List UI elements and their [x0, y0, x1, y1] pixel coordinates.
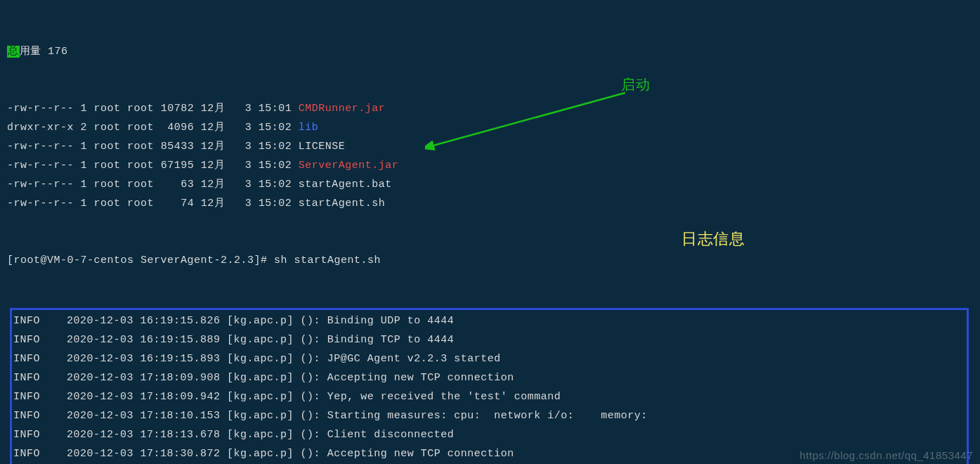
file-row: -rw-r--r-- 1 root root 10782 12月 3 15:01…	[7, 99, 973, 118]
log-line: INFO 2020-12-03 17:18:10.153 [kg.apc.p] …	[12, 406, 967, 425]
file-group: root	[127, 179, 154, 191]
log-source: [kg.apc.p] ():	[227, 429, 320, 441]
total-line: 总用量 176	[7, 42, 973, 61]
file-size: 10782	[161, 103, 195, 115]
log-level: INFO	[13, 391, 40, 403]
log-source: [kg.apc.p] ():	[227, 391, 320, 403]
file-row: -rw-r--r-- 1 root root 67195 12月 3 15:02…	[7, 156, 973, 175]
log-message: Accepting new TCP connection	[327, 372, 514, 384]
log-line: INFO 2020-12-03 17:18:13.678 [kg.apc.p] …	[12, 425, 967, 444]
file-group: root	[127, 103, 154, 115]
annotation-start-label: 启动	[621, 75, 650, 94]
file-perms: -rw-r--r--	[7, 160, 74, 172]
file-perms: -rw-r--r--	[7, 141, 74, 153]
cursor-block: 总	[7, 46, 20, 58]
log-timestamp: 2020-12-03 17:18:30.872	[67, 448, 221, 460]
file-size: 74	[161, 198, 195, 210]
total-label-rest: 用量	[20, 46, 48, 58]
file-day: 3	[238, 141, 251, 153]
log-source: [kg.apc.p] ():	[227, 353, 320, 365]
file-time: 15:02	[259, 198, 292, 210]
log-level: INFO	[13, 410, 40, 422]
file-name: LICENSE	[299, 141, 346, 153]
file-perms: -rw-r--r--	[7, 179, 74, 191]
file-perms: -rw-r--r--	[7, 198, 74, 210]
file-owner: root	[94, 179, 121, 191]
file-month: 12月	[201, 160, 226, 172]
watermark-text: https://blog.csdn.net/qq_41853447	[799, 449, 973, 461]
file-time: 15:02	[259, 141, 292, 153]
file-month: 12月	[201, 179, 226, 191]
file-month: 12月	[201, 198, 226, 210]
file-owner: root	[94, 103, 121, 115]
file-month: 12月	[201, 103, 226, 115]
file-day: 3	[238, 198, 251, 210]
log-timestamp: 2020-12-03 16:19:15.889	[67, 334, 221, 346]
file-row: drwxr-xr-x 2 root root 4096 12月 3 15:02 …	[7, 118, 973, 137]
log-level: INFO	[13, 353, 40, 365]
file-links: 1	[81, 179, 88, 191]
file-month: 12月	[201, 141, 226, 153]
file-day: 3	[238, 122, 251, 134]
file-row: -rw-r--r-- 1 root root 85433 12月 3 15:02…	[7, 137, 973, 156]
log-level: INFO	[13, 429, 40, 441]
log-level: INFO	[13, 334, 40, 346]
file-row: -rw-r--r-- 1 root root 74 12月 3 15:02 st…	[7, 194, 973, 213]
file-size: 67195	[161, 160, 195, 172]
file-name: startAgent.bat	[299, 179, 392, 191]
log-line: INFO 2020-12-03 17:18:09.942 [kg.apc.p] …	[12, 387, 967, 406]
file-size: 85433	[161, 141, 195, 153]
file-links: 1	[81, 198, 88, 210]
total-value: 176	[48, 46, 68, 58]
file-name: startAgent.sh	[299, 198, 386, 210]
log-line: INFO 2020-12-03 16:19:15.893 [kg.apc.p] …	[12, 349, 967, 368]
file-owner: root	[94, 198, 121, 210]
file-size: 4096	[161, 122, 195, 134]
file-day: 3	[238, 103, 251, 115]
file-name: ServerAgent.jar	[299, 160, 399, 172]
log-source: [kg.apc.p] ():	[227, 334, 320, 346]
file-perms: drwxr-xr-x	[7, 122, 74, 134]
terminal-output[interactable]: 总用量 176 -rw-r--r-- 1 root root 10782 12月…	[0, 0, 980, 464]
log-message: Binding TCP to 4444	[327, 334, 455, 346]
file-time: 15:02	[259, 179, 292, 191]
log-timestamp: 2020-12-03 17:18:09.908	[67, 372, 221, 384]
log-level: INFO	[13, 448, 40, 460]
log-message: Client disconnected	[327, 429, 455, 441]
log-level: INFO	[13, 372, 40, 384]
annotation-log-label: 日志信息	[681, 228, 745, 250]
log-level: INFO	[13, 315, 40, 327]
file-name: CMDRunner.jar	[299, 103, 386, 115]
file-owner: root	[94, 141, 121, 153]
log-line: INFO 2020-12-03 16:19:15.826 [kg.apc.p] …	[12, 311, 967, 330]
log-source: [kg.apc.p] ():	[227, 372, 320, 384]
file-listing: -rw-r--r-- 1 root root 10782 12月 3 15:01…	[7, 99, 973, 213]
file-row: -rw-r--r-- 1 root root 63 12月 3 15:02 st…	[7, 175, 973, 194]
file-links: 1	[81, 141, 88, 153]
log-output-box: INFO 2020-12-03 16:19:15.826 [kg.apc.p] …	[10, 308, 969, 464]
log-line: INFO 2020-12-03 16:19:15.889 [kg.apc.p] …	[12, 330, 967, 349]
file-time: 15:01	[259, 103, 292, 115]
file-group: root	[127, 160, 154, 172]
shell-command: sh startAgent.sh	[274, 254, 381, 266]
file-links: 1	[81, 160, 88, 172]
log-timestamp: 2020-12-03 16:19:15.826	[67, 315, 221, 327]
file-day: 3	[238, 179, 251, 191]
file-time: 15:02	[259, 122, 292, 134]
file-day: 3	[238, 160, 251, 172]
file-links: 2	[81, 122, 88, 134]
file-group: root	[127, 122, 154, 134]
log-line: INFO 2020-12-03 17:18:09.908 [kg.apc.p] …	[12, 368, 967, 387]
log-message: Binding UDP to 4444	[327, 315, 455, 327]
prompt-line: [root@VM-0-7-centos ServerAgent-2.2.3]# …	[7, 251, 973, 270]
file-name: lib	[299, 122, 319, 134]
log-source: [kg.apc.p] ():	[227, 410, 320, 422]
log-timestamp: 2020-12-03 16:19:15.893	[67, 353, 221, 365]
file-links: 1	[81, 103, 88, 115]
log-timestamp: 2020-12-03 17:18:09.942	[67, 391, 221, 403]
shell-prompt: [root@VM-0-7-centos ServerAgent-2.2.3]#	[7, 254, 274, 266]
file-month: 12月	[201, 122, 226, 134]
file-group: root	[127, 141, 154, 153]
log-message: Accepting new TCP connection	[327, 448, 514, 460]
log-message: Starting measures: cpu: network i/o: mem…	[327, 410, 648, 422]
